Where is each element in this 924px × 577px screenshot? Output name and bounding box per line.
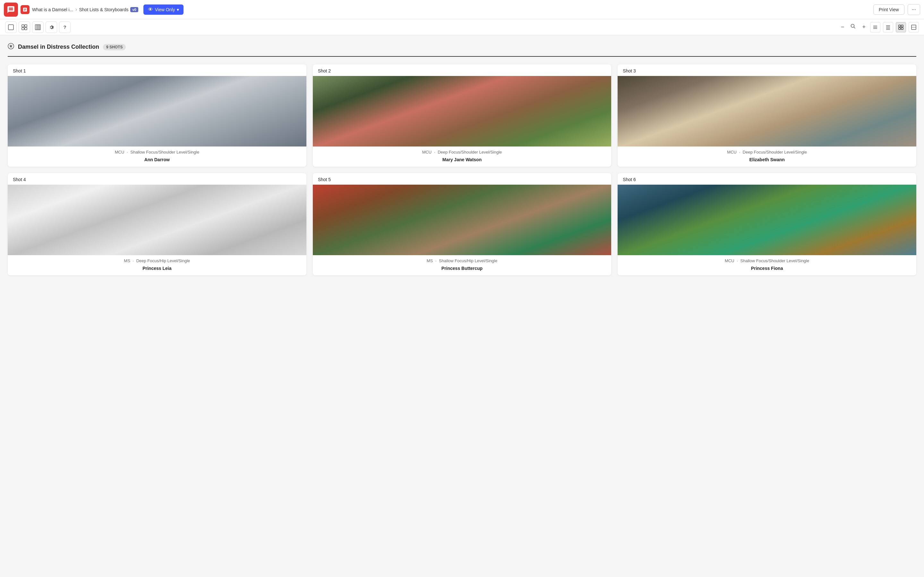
shot-label: Shot 3 xyxy=(618,64,916,76)
shot-type: MS xyxy=(427,258,433,263)
question-icon: ? xyxy=(63,24,66,30)
collection-header: Damsel in Distress Collection 9 SHOTS xyxy=(8,43,916,51)
grid-view-tool[interactable] xyxy=(19,21,30,33)
shot-label: Shot 1 xyxy=(8,64,306,76)
header: What is a Damsel i... › Shot Lists & Sto… xyxy=(0,0,924,19)
svg-rect-1 xyxy=(22,25,24,27)
list-view-tool[interactable] xyxy=(5,21,17,33)
chevron-down-icon: ▾ xyxy=(177,7,179,12)
svg-rect-0 xyxy=(8,25,13,30)
svg-rect-20 xyxy=(901,27,903,29)
column-tool[interactable] xyxy=(32,21,44,33)
svg-marker-24 xyxy=(9,44,13,48)
collection-title: Damsel in Distress Collection xyxy=(18,44,99,50)
shot-character: Elizabeth Swann xyxy=(618,156,916,167)
project-name[interactable]: What is a Damsel i... xyxy=(32,7,73,12)
shot-character: Ann Darrow xyxy=(8,156,306,167)
view-toggle-list[interactable] xyxy=(870,22,880,32)
svg-rect-5 xyxy=(35,25,37,30)
zoom-search-button[interactable] xyxy=(849,23,858,32)
shot-type: MCU xyxy=(725,258,734,263)
help-tool[interactable]: ? xyxy=(59,21,71,33)
page-name[interactable]: Shot Lists & Storyboards xyxy=(79,7,128,12)
print-view-button[interactable]: Print View xyxy=(873,5,905,15)
shot-card[interactable]: Shot 4 MS · Deep Focus/Hip Level/Single … xyxy=(8,173,306,276)
vo-badge: v0 xyxy=(130,7,138,12)
shot-grid: Shot 1 MCU · Shallow Focus/Shoulder Leve… xyxy=(8,64,916,276)
shot-image xyxy=(313,76,612,147)
shot-image xyxy=(8,185,306,255)
shot-card[interactable]: Shot 3 MCU · Deep Focus/Shoulder Level/S… xyxy=(618,64,916,167)
shot-label: Shot 2 xyxy=(313,64,612,76)
shot-type: MS xyxy=(124,258,130,263)
shot-type: MCU xyxy=(115,150,124,155)
view-only-label: View Only xyxy=(155,7,175,12)
header-right: Print View ··· xyxy=(873,4,920,15)
svg-rect-2 xyxy=(25,25,27,27)
shot-image xyxy=(618,76,916,147)
meta-separator: · xyxy=(435,258,438,263)
svg-rect-4 xyxy=(25,27,27,30)
view-only-button[interactable]: 👁 View Only ▾ xyxy=(144,5,184,15)
shot-details: Shallow Focus/Shoulder Level/Single xyxy=(130,150,199,155)
shot-card[interactable]: Shot 6 MCU · Shallow Focus/Shoulder Leve… xyxy=(618,173,916,276)
meta-separator: · xyxy=(132,258,135,263)
shot-label: Shot 6 xyxy=(618,173,916,185)
shot-meta: MCU · Deep Focus/Shoulder Level/Single xyxy=(313,147,612,156)
collection-icon xyxy=(8,43,14,51)
shot-image xyxy=(8,76,306,147)
shot-image xyxy=(618,185,916,255)
shot-image xyxy=(313,185,612,255)
svg-rect-3 xyxy=(22,27,24,30)
shot-label: Shot 5 xyxy=(313,173,612,185)
svg-rect-6 xyxy=(37,25,39,30)
shot-meta: MCU · Shallow Focus/Shoulder Level/Singl… xyxy=(618,255,916,264)
shot-details: Shallow Focus/Shoulder Level/Single xyxy=(740,258,809,263)
shot-character: Princess Leia xyxy=(8,264,306,276)
toolbar-right: − + xyxy=(839,22,919,32)
shot-meta: MS · Deep Focus/Hip Level/Single xyxy=(8,255,306,264)
settings-tool[interactable] xyxy=(45,21,57,33)
shot-meta: MS · Shallow Focus/Hip Level/Single xyxy=(313,255,612,264)
shot-meta: MCU · Shallow Focus/Shoulder Level/Singl… xyxy=(8,147,306,156)
meta-separator: · xyxy=(739,150,741,155)
zoom-out-button[interactable]: − xyxy=(839,23,846,32)
project-icon xyxy=(21,5,29,14)
shot-card[interactable]: Shot 1 MCU · Shallow Focus/Shoulder Leve… xyxy=(8,64,306,167)
meta-separator: · xyxy=(434,150,436,155)
svg-rect-7 xyxy=(39,25,40,30)
shot-type: MCU xyxy=(422,150,432,155)
shot-character: Mary Jane Watson xyxy=(313,156,612,167)
shot-card[interactable]: Shot 5 MS · Shallow Focus/Hip Level/Sing… xyxy=(313,173,612,276)
breadcrumb: What is a Damsel i... › Shot Lists & Sto… xyxy=(32,6,138,13)
toolbar: ? − + xyxy=(0,19,924,35)
svg-line-9 xyxy=(854,27,855,29)
svg-rect-19 xyxy=(899,27,901,29)
shot-details: Deep Focus/Hip Level/Single xyxy=(136,258,190,263)
shot-details: Shallow Focus/Hip Level/Single xyxy=(439,258,497,263)
shot-label: Shot 4 xyxy=(8,173,306,185)
view-toggle-detail[interactable] xyxy=(909,22,919,32)
shot-card[interactable]: Shot 2 MCU · Deep Focus/Shoulder Level/S… xyxy=(313,64,612,167)
meta-separator: · xyxy=(737,258,739,263)
view-toggle-split[interactable] xyxy=(883,22,893,32)
shot-meta: MCU · Deep Focus/Shoulder Level/Single xyxy=(618,147,916,156)
shot-character: Princess Buttercup xyxy=(313,264,612,276)
section-divider xyxy=(8,56,916,57)
eye-icon: 👁 xyxy=(148,7,153,13)
shot-character: Princess Fiona xyxy=(618,264,916,276)
view-toggle-grid[interactable] xyxy=(896,22,906,32)
more-button[interactable]: ··· xyxy=(908,4,920,15)
main-content: Damsel in Distress Collection 9 SHOTS Sh… xyxy=(0,35,924,577)
svg-rect-17 xyxy=(899,25,901,27)
meta-separator: · xyxy=(127,150,129,155)
shot-details: Deep Focus/Shoulder Level/Single xyxy=(438,150,502,155)
shots-badge: 9 SHOTS xyxy=(103,44,126,50)
zoom-in-button[interactable]: + xyxy=(860,23,867,32)
shot-type: MCU xyxy=(727,150,737,155)
svg-rect-18 xyxy=(901,25,903,27)
app-logo[interactable] xyxy=(4,3,18,17)
breadcrumb-separator: › xyxy=(75,6,77,13)
shot-details: Deep Focus/Shoulder Level/Single xyxy=(743,150,807,155)
